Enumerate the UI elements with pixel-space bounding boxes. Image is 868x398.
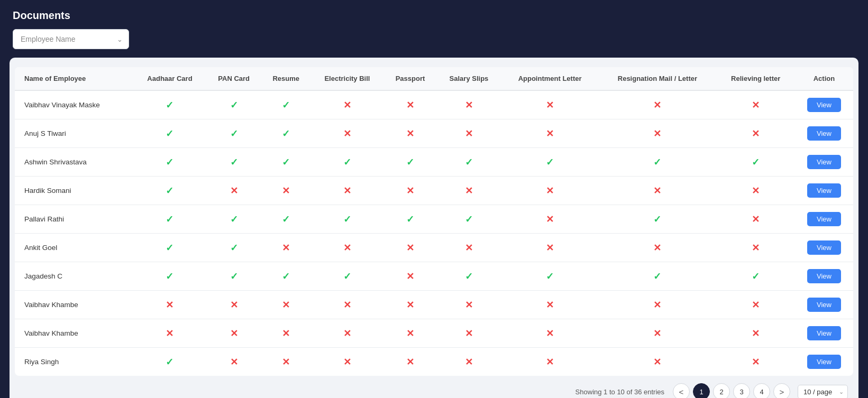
cell-employee-name: Riya Singh	[15, 348, 133, 376]
cross-icon: ✕	[653, 300, 661, 310]
cell-pan: ✓	[206, 90, 262, 119]
cell-pan: ✓	[206, 205, 262, 234]
employee-name-select[interactable]: Employee Name	[13, 29, 129, 49]
cell-pan: ✕	[206, 319, 262, 348]
view-button[interactable]: View	[807, 326, 841, 340]
cell-action: View	[795, 348, 853, 376]
cross-icon: ✕	[546, 300, 554, 310]
cross-icon: ✕	[465, 243, 473, 253]
cell-electricity: ✕	[310, 234, 384, 262]
check-icon: ✓	[546, 271, 554, 282]
cross-icon: ✕	[653, 243, 661, 253]
cross-icon: ✕	[282, 243, 290, 253]
cell-action: View	[795, 234, 853, 262]
cell-resume: ✓	[261, 90, 310, 119]
table-row: Vaibhav Khambe✕✕✕✕✕✕✕✕✕View	[15, 291, 853, 319]
cell-resignation: ✕	[598, 319, 716, 348]
check-icon: ✓	[230, 243, 238, 253]
cell-employee-name: Vaibhav Vinayak Maske	[15, 90, 133, 119]
cell-salary: ✕	[436, 90, 501, 119]
col-action: Action	[795, 67, 853, 90]
view-button[interactable]: View	[807, 98, 841, 112]
cell-passport: ✕	[384, 319, 436, 348]
view-button[interactable]: View	[807, 212, 841, 226]
cell-employee-name: Hardik Somani	[15, 177, 133, 205]
cross-icon: ✕	[546, 357, 554, 367]
view-button[interactable]: View	[807, 355, 841, 369]
cell-appointment: ✓	[501, 262, 598, 291]
cell-electricity: ✓	[310, 148, 384, 177]
check-icon: ✓	[230, 100, 238, 110]
cell-employee-name: Anuj S Tiwari	[15, 119, 133, 148]
cell-pan: ✕	[206, 348, 262, 376]
table-row: Vaibhav Khambe✕✕✕✕✕✕✕✕✕View	[15, 319, 853, 348]
cell-passport: ✓	[384, 205, 436, 234]
cell-appointment: ✓	[501, 148, 598, 177]
cell-relieving: ✕	[716, 234, 794, 262]
cell-relieving: ✓	[716, 262, 794, 291]
cross-icon: ✕	[406, 300, 414, 310]
cell-relieving: ✓	[716, 148, 794, 177]
col-salary: Salary Slips	[436, 67, 501, 90]
view-button[interactable]: View	[807, 298, 841, 312]
table-row: Jagadesh C✓✓✓✓✕✓✓✓✓View	[15, 262, 853, 291]
cell-appointment: ✕	[501, 348, 598, 376]
filter-bar: Employee Name ⌄	[0, 29, 868, 58]
cell-passport: ✕	[384, 119, 436, 148]
cross-icon: ✕	[343, 357, 351, 367]
cell-appointment: ✕	[501, 90, 598, 119]
cell-aadhaar: ✕	[133, 319, 206, 348]
cross-icon: ✕	[653, 357, 661, 367]
pagination-bar: Showing 1 to 10 of 36 entries < 1 2 3 4 …	[15, 376, 853, 398]
col-resignation: Resignation Mail / Letter	[598, 67, 716, 90]
table-row: Hardik Somani✓✕✕✕✕✕✕✕✕View	[15, 177, 853, 205]
per-page-select[interactable]: 10 / page 20 / page 50 / page	[798, 385, 848, 399]
cell-relieving: ✕	[716, 90, 794, 119]
cell-pan: ✓	[206, 234, 262, 262]
view-button[interactable]: View	[807, 183, 841, 198]
page-2-button[interactable]: 2	[713, 383, 730, 398]
cell-action: View	[795, 148, 853, 177]
check-icon: ✓	[282, 214, 290, 225]
cell-action: View	[795, 291, 853, 319]
cell-resignation: ✕	[598, 119, 716, 148]
check-icon: ✓	[282, 128, 290, 139]
table-row: Riya Singh✓✕✕✕✕✕✕✕✕View	[15, 348, 853, 376]
next-page-button[interactable]: >	[773, 383, 790, 398]
cross-icon: ✕	[406, 100, 414, 110]
cross-icon: ✕	[343, 300, 351, 310]
check-icon: ✓	[166, 128, 173, 139]
cell-resume: ✓	[261, 262, 310, 291]
cell-resignation: ✕	[598, 234, 716, 262]
cross-icon: ✕	[230, 328, 238, 339]
col-appointment: Appointment Letter	[501, 67, 598, 90]
view-button[interactable]: View	[807, 269, 841, 283]
cross-icon: ✕	[653, 328, 661, 339]
table-row: Ashwin Shrivastava✓✓✓✓✓✓✓✓✓View	[15, 148, 853, 177]
cross-icon: ✕	[282, 300, 290, 310]
view-button[interactable]: View	[807, 240, 841, 255]
view-button[interactable]: View	[807, 126, 841, 141]
cross-icon: ✕	[752, 100, 760, 110]
cell-salary: ✕	[436, 234, 501, 262]
cell-salary: ✕	[436, 348, 501, 376]
view-button[interactable]: View	[807, 155, 841, 169]
page-3-button[interactable]: 3	[733, 383, 750, 398]
col-electricity: Electricity Bill	[310, 67, 384, 90]
check-icon: ✓	[230, 157, 238, 168]
cell-salary: ✕	[436, 319, 501, 348]
col-resume: Resume	[261, 67, 310, 90]
check-icon: ✓	[166, 157, 173, 168]
prev-page-button[interactable]: <	[673, 383, 690, 398]
cross-icon: ✕	[546, 128, 554, 139]
cell-employee-name: Vaibhav Khambe	[15, 319, 133, 348]
page-1-button[interactable]: 1	[693, 383, 710, 398]
cell-appointment: ✕	[501, 319, 598, 348]
cell-action: View	[795, 90, 853, 119]
cell-action: View	[795, 262, 853, 291]
cell-appointment: ✕	[501, 291, 598, 319]
cross-icon: ✕	[406, 128, 414, 139]
cross-icon: ✕	[546, 214, 554, 225]
check-icon: ✓	[282, 271, 290, 282]
page-4-button[interactable]: 4	[753, 383, 770, 398]
